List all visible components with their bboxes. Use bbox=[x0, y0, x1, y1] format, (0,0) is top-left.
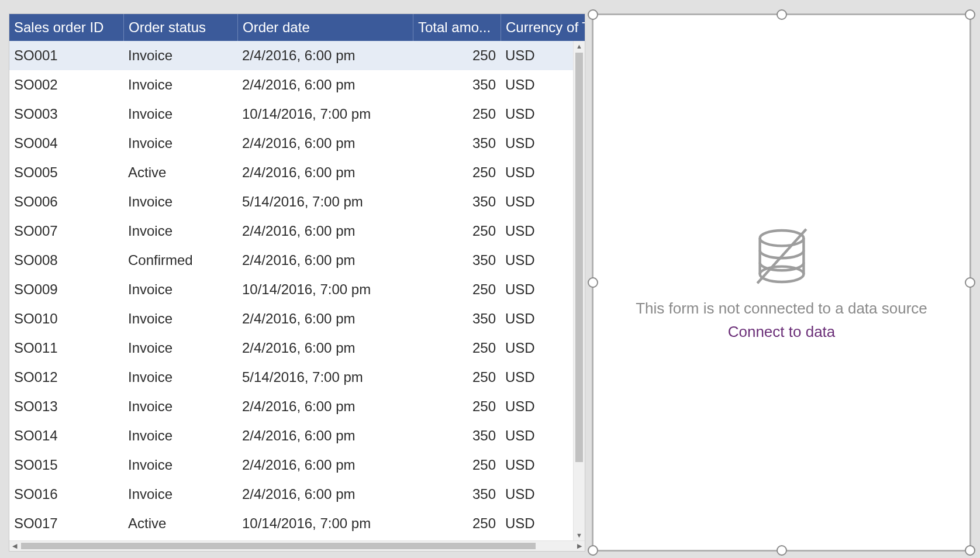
table-body[interactable]: SO001Invoice2/4/2016, 6:00 pm250USDSO002… bbox=[9, 41, 573, 540]
table-row[interactable]: SO009Invoice10/14/2016, 7:00 pm250USD bbox=[9, 275, 573, 304]
cell-amount: 250 bbox=[413, 47, 501, 64]
cell-status: Invoice bbox=[123, 223, 237, 239]
resize-handle-bottom-middle[interactable] bbox=[777, 545, 787, 556]
cell-date: 2/4/2016, 6:00 pm bbox=[237, 135, 413, 151]
cell-date: 2/4/2016, 6:00 pm bbox=[237, 164, 413, 181]
resize-handle-bottom-right[interactable] bbox=[965, 545, 975, 556]
cell-status: Active bbox=[123, 164, 237, 181]
cell-cur: USD bbox=[501, 486, 565, 502]
table-row[interactable]: SO016Invoice2/4/2016, 6:00 pm350USD bbox=[9, 480, 573, 509]
cell-amount: 250 bbox=[413, 340, 501, 356]
cell-cur: USD bbox=[501, 340, 565, 356]
cell-cur: USD bbox=[501, 457, 565, 473]
cell-status: Invoice bbox=[123, 194, 237, 210]
table-row[interactable]: SO015Invoice2/4/2016, 6:00 pm250USD bbox=[9, 450, 573, 480]
cell-amount: 350 bbox=[413, 252, 501, 268]
cell-amount: 250 bbox=[413, 457, 501, 473]
cell-date: 10/14/2016, 7:00 pm bbox=[237, 106, 413, 122]
cell-status: Invoice bbox=[123, 106, 237, 122]
cell-cur: USD bbox=[501, 398, 565, 415]
table-row[interactable]: SO010Invoice2/4/2016, 6:00 pm350USD bbox=[9, 304, 573, 333]
cell-id: SO004 bbox=[9, 135, 123, 151]
column-header-order-status[interactable]: Order status bbox=[123, 14, 237, 41]
table-row[interactable]: SO006Invoice5/14/2016, 7:00 pm350USD bbox=[9, 187, 573, 216]
cell-cur: USD bbox=[501, 194, 565, 210]
cell-status: Invoice bbox=[123, 369, 237, 385]
cell-id: SO005 bbox=[9, 164, 123, 181]
cell-amount: 250 bbox=[413, 398, 501, 415]
cell-status: Invoice bbox=[123, 77, 237, 93]
cell-status: Invoice bbox=[123, 398, 237, 415]
cell-id: SO009 bbox=[9, 281, 123, 298]
connect-to-data-link[interactable]: Connect to data bbox=[728, 323, 836, 341]
table-row[interactable]: SO005Active2/4/2016, 6:00 pm250USD bbox=[9, 158, 573, 187]
cell-status: Invoice bbox=[123, 340, 237, 356]
cell-cur: USD bbox=[501, 281, 565, 298]
column-header-total-amount[interactable]: Total amo... bbox=[413, 14, 501, 41]
cell-amount: 250 bbox=[413, 369, 501, 385]
resize-handle-top-left[interactable] bbox=[588, 9, 598, 20]
table-row[interactable]: SO004Invoice2/4/2016, 6:00 pm350USD bbox=[9, 129, 573, 158]
table-row[interactable]: SO013Invoice2/4/2016, 6:00 pm250USD bbox=[9, 392, 573, 421]
cell-date: 2/4/2016, 6:00 pm bbox=[237, 223, 413, 239]
cell-date: 10/14/2016, 7:00 pm bbox=[237, 515, 413, 532]
cell-status: Invoice bbox=[123, 47, 237, 64]
resize-handle-bottom-left[interactable] bbox=[588, 545, 598, 556]
resize-handle-middle-left[interactable] bbox=[588, 277, 598, 288]
design-canvas[interactable]: Sales order ID Order status Order date T… bbox=[0, 0, 980, 558]
cell-cur: USD bbox=[501, 428, 565, 444]
resize-handle-middle-right[interactable] bbox=[965, 277, 975, 288]
table-row[interactable]: SO002Invoice2/4/2016, 6:00 pm350USD bbox=[9, 70, 573, 99]
horizontal-scrollbar[interactable]: ◀ ▶ bbox=[9, 540, 585, 551]
vertical-scroll-thumb[interactable] bbox=[575, 53, 583, 462]
cell-date: 2/4/2016, 6:00 pm bbox=[237, 428, 413, 444]
table-row[interactable]: SO012Invoice5/14/2016, 7:00 pm250USD bbox=[9, 363, 573, 392]
form-empty-message: This form is not connected to a data sou… bbox=[636, 299, 927, 319]
table-header-row: Sales order ID Order status Order date T… bbox=[9, 14, 585, 41]
cell-cur: USD bbox=[501, 164, 565, 181]
table-row[interactable]: SO014Invoice2/4/2016, 6:00 pm350USD bbox=[9, 421, 573, 450]
cell-date: 2/4/2016, 6:00 pm bbox=[237, 311, 413, 327]
scroll-left-arrow-icon[interactable]: ◀ bbox=[9, 541, 20, 551]
table-row[interactable]: SO011Invoice2/4/2016, 6:00 pm250USD bbox=[9, 333, 573, 363]
form-control[interactable]: This form is not connected to a data sou… bbox=[592, 13, 971, 552]
table-row[interactable]: SO003Invoice10/14/2016, 7:00 pm250USD bbox=[9, 99, 573, 129]
cell-id: SO012 bbox=[9, 369, 123, 385]
table-row[interactable]: SO001Invoice2/4/2016, 6:00 pm250USD bbox=[9, 41, 573, 70]
cell-amount: 250 bbox=[413, 515, 501, 532]
cell-id: SO013 bbox=[9, 398, 123, 415]
cell-status: Invoice bbox=[123, 428, 237, 444]
cell-id: SO015 bbox=[9, 457, 123, 473]
cell-amount: 350 bbox=[413, 311, 501, 327]
cell-status: Invoice bbox=[123, 281, 237, 298]
cell-id: SO007 bbox=[9, 223, 123, 239]
table-row[interactable]: SO007Invoice2/4/2016, 6:00 pm250USD bbox=[9, 216, 573, 246]
cell-date: 10/14/2016, 7:00 pm bbox=[237, 281, 413, 298]
column-header-order-date[interactable]: Order date bbox=[237, 14, 413, 41]
cell-id: SO001 bbox=[9, 47, 123, 64]
cell-amount: 350 bbox=[413, 194, 501, 210]
horizontal-scroll-thumb[interactable] bbox=[21, 543, 536, 549]
resize-handle-top-middle[interactable] bbox=[777, 9, 787, 20]
column-header-currency[interactable]: Currency of T bbox=[501, 14, 585, 41]
data-table-control[interactable]: Sales order ID Order status Order date T… bbox=[9, 13, 585, 552]
cell-id: SO003 bbox=[9, 106, 123, 122]
cell-id: SO011 bbox=[9, 340, 123, 356]
scroll-up-arrow-icon[interactable]: ▲ bbox=[574, 41, 585, 51]
vertical-scrollbar[interactable]: ▲ ▼ bbox=[573, 41, 585, 540]
cell-amount: 250 bbox=[413, 106, 501, 122]
table-row[interactable]: SO008Confirmed2/4/2016, 6:00 pm350USD bbox=[9, 246, 573, 275]
cell-cur: USD bbox=[501, 135, 565, 151]
cell-id: SO016 bbox=[9, 486, 123, 502]
cell-date: 2/4/2016, 6:00 pm bbox=[237, 77, 413, 93]
cell-cur: USD bbox=[501, 515, 565, 532]
resize-handle-top-right[interactable] bbox=[965, 9, 975, 20]
cell-amount: 250 bbox=[413, 281, 501, 298]
cell-date: 2/4/2016, 6:00 pm bbox=[237, 340, 413, 356]
column-header-sales-order-id[interactable]: Sales order ID bbox=[9, 14, 123, 41]
scroll-down-arrow-icon[interactable]: ▼ bbox=[574, 530, 585, 540]
scroll-right-arrow-icon[interactable]: ▶ bbox=[574, 541, 585, 551]
table-row[interactable]: SO017Active10/14/2016, 7:00 pm250USD bbox=[9, 509, 573, 538]
cell-id: SO008 bbox=[9, 252, 123, 268]
cell-amount: 350 bbox=[413, 428, 501, 444]
